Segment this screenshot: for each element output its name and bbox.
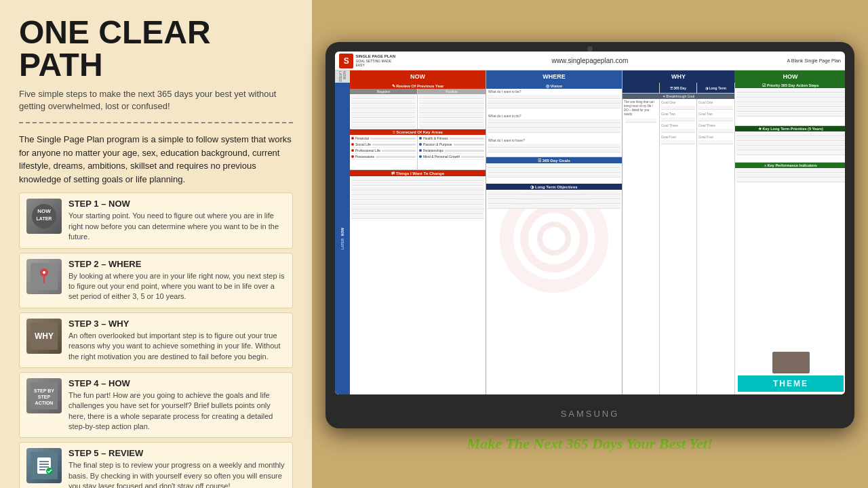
right-panel: S SINGLE PAGE PLAN GOAL SETTING MADE EAS… (312, 0, 868, 488)
step5-desc: The final step is to review your progres… (68, 460, 285, 488)
col-how-header: HOW (734, 70, 845, 83)
step2-icon (26, 259, 62, 294)
svg-text:STEP BY: STEP BY (34, 388, 54, 393)
theme-label: THEME (738, 375, 844, 392)
spp-app: S SINGLE PAGE PLAN GOAL SETTING MADE EAS… (335, 52, 845, 394)
tablet-camera (587, 46, 593, 52)
theme-thumbnail (772, 352, 810, 373)
step5-title: STEP 5 – REVIEW (68, 448, 285, 458)
negative-lines (350, 94, 417, 128)
step1-title: STEP 1 – NOW (68, 199, 285, 209)
priority-action-header: ☑ Priority 365 Day Action Steps (735, 83, 845, 88)
long-term-obj-header: ◑ Long Term Objectives (486, 184, 622, 190)
now-later-sidebar: NOW LATER (335, 83, 350, 394)
step-5-item: STEP 5 – REVIEW The final step is to rev… (19, 442, 293, 488)
positive-header: Positive (418, 89, 486, 94)
col-why-header: WHY (623, 70, 734, 83)
vision-header: ◎ Vision (486, 83, 622, 89)
step3-title: STEP 3 – WHY (68, 319, 285, 329)
divider (19, 122, 293, 123)
review-prev-year-header: ✎ Review Of Previous Year (350, 83, 486, 89)
step3-icon: WHY (26, 319, 62, 354)
page-title: ONE CLEAR PATH (19, 16, 293, 81)
spp-logo-icon: S (339, 54, 353, 68)
step4-title: STEP 4 – HOW (68, 378, 285, 388)
how-column: ☑ Priority 365 Day Action Steps ★ Key Lo… (734, 83, 845, 394)
svg-text:LATER: LATER (37, 216, 52, 221)
tablet-screen: S SINGLE PAGE PLAN GOAL SETTING MADE EAS… (335, 52, 845, 394)
svg-text:NOW: NOW (37, 208, 51, 214)
tablet: S SINGLE PAGE PLAN GOAL SETTING MADE EAS… (326, 42, 854, 428)
samsung-label: SAMSUNG (561, 409, 620, 419)
subtitle: Five simple steps to make the next 365 d… (19, 88, 293, 113)
step3-content: STEP 3 – WHY An often overlooked but imp… (68, 319, 285, 362)
breakthrough-header: ✦ Breakthrough Goal (623, 94, 734, 99)
svg-text:WHY: WHY (35, 331, 54, 341)
step-2-item: STEP 2 – WHERE By looking at where you a… (19, 253, 293, 308)
step1-content: STEP 1 – NOW Your starting point. You ne… (68, 199, 285, 242)
key-long-term-header: ★ Key Long Term Priorities (5 Years) (735, 125, 845, 131)
left-panel: ONE CLEAR PATH Five simple steps to make… (0, 0, 312, 488)
step2-title: STEP 2 – WHERE (68, 259, 285, 269)
why-column: ☰ 365 Day ◑ Long Term ✦ Breakthrough Goa… (623, 83, 734, 394)
step-3-item: WHY STEP 3 – WHY An often overlooked but… (19, 312, 293, 368)
spp-logo-text: SINGLE PAGE PLAN GOAL SETTING MADE EASY (355, 54, 400, 67)
svg-text:STEP: STEP (38, 394, 51, 399)
scorecard-header: ≡ Scorecard Of Key Areas (350, 129, 486, 135)
svg-point-5 (43, 271, 45, 274)
things-change-lines (350, 176, 486, 394)
step-4-item: STEP BY STEP ACTION STEP 4 – HOW The fun… (19, 372, 293, 439)
step4-content: STEP 4 – HOW The fun part! How are you g… (68, 378, 285, 432)
step4-icon: STEP BY STEP ACTION (26, 378, 62, 413)
col-now-header: NOW (350, 70, 486, 83)
positive-lines (418, 94, 486, 128)
step1-icon: NOW LATER (26, 199, 62, 234)
bottom-tagline: Make The Next 365 Days Your Best Yet! (467, 435, 713, 453)
step1-desc: Your starting point. You need to figure … (68, 211, 285, 242)
step2-content: STEP 2 – WHERE By looking at where you a… (68, 259, 285, 302)
kpi-header: ≡ Key Performance Indicators (735, 162, 845, 168)
spp-logo: S SINGLE PAGE PLAN GOAL SETTING MADE EAS… (339, 54, 400, 68)
negative-header: Negative (350, 89, 417, 94)
day-goals-header: ☰ 365 Day Goals (486, 157, 622, 163)
where-column: ◎ Vision What do I want to be? What do I… (486, 83, 622, 394)
steps-list: NOW LATER STEP 1 – NOW Your starting poi… (19, 192, 293, 488)
step3-desc: An often overlooked but important step i… (68, 331, 285, 362)
description: The Single Page Plan program is a simple… (19, 133, 293, 186)
step5-content: STEP 5 – REVIEW The final step is to rev… (68, 448, 285, 488)
step4-desc: The fun part! How are you going to achie… (68, 390, 285, 432)
spp-url: www.singlepageplan.com (400, 57, 780, 64)
things-change-header: ⇄ Things I Want To Change (350, 170, 486, 176)
step-1-item: NOW LATER STEP 1 – NOW Your starting poi… (19, 192, 293, 248)
col-where-header: WHERE (486, 70, 622, 83)
step5-icon (26, 448, 62, 483)
step2-desc: By looking at where you are in your life… (68, 271, 285, 302)
now-column: ✎ Review Of Previous Year Negative (350, 83, 486, 394)
spp-header: S SINGLE PAGE PLAN GOAL SETTING MADE EAS… (335, 52, 845, 70)
svg-text:ACTION: ACTION (35, 401, 54, 405)
spp-blank-label: A Blank Single Page Plan (780, 58, 841, 63)
